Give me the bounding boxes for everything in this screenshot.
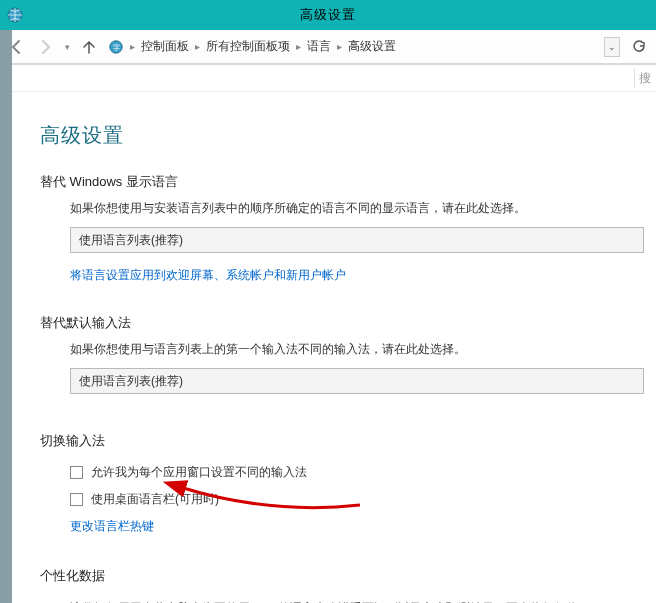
input-method-select[interactable]: 使用语言列表(推荐) [70,368,644,394]
chevron-right-icon: ▸ [337,41,342,52]
section-override-input-method: 替代默认输入法 [40,314,644,332]
chevron-right-icon: ▸ [195,41,200,52]
section-personal-data: 个性化数据 [40,567,644,585]
description-text: 如果你想使用与安装语言列表中的顺序所确定的语言不同的显示语言，请在此处选择。 [70,199,644,217]
title-bar: 高级设置 [0,0,656,30]
app-icon [0,6,30,24]
content-area: 高级设置 替代 Windows 显示语言 如果你想使用与安装语言列表中的顺序所确… [0,92,656,603]
recent-dropdown[interactable]: ▾ [60,34,74,60]
chevron-right-icon: ▸ [130,41,135,52]
select-value: 使用语言列表(推荐) [79,232,183,249]
breadcrumb-item[interactable]: 语言 [307,38,331,55]
page-title: 高级设置 [40,122,644,149]
breadcrumb-item[interactable]: 高级设置 [348,38,396,55]
window-title: 高级设置 [30,6,626,24]
chevron-right-icon: ▸ [296,41,301,52]
nav-bar: ▾ 字 ▸ 控制面板 ▸ 所有控制面板项 ▸ 语言 ▸ 高级设置 ⌄ [0,30,656,64]
forward-button[interactable] [32,34,58,60]
section-override-display-language: 替代 Windows 显示语言 [40,173,644,191]
desktop-language-bar-checkbox[interactable]: 使用桌面语言栏(可用时) [70,491,644,508]
apply-to-welcome-link[interactable]: 将语言设置应用到欢迎屏幕、系统帐户和新用户帐户 [70,267,346,284]
breadcrumb-item[interactable]: 控制面板 [141,38,189,55]
display-language-select[interactable]: 使用语言列表(推荐) [70,227,644,253]
per-app-input-checkbox[interactable]: 允许我为每个应用窗口设置不同的输入法 [70,464,644,481]
checkbox-icon [70,466,83,479]
change-hotkey-link[interactable]: 更改语言栏热键 [70,518,154,535]
up-button[interactable] [76,34,102,60]
breadcrumb-item[interactable]: 所有控制面板项 [206,38,290,55]
search-placeholder: 搜 [639,70,651,87]
breadcrumb[interactable]: 字 ▸ 控制面板 ▸ 所有控制面板项 ▸ 语言 ▸ 高级设置 [104,38,602,55]
description-text: 该数据仅用于在此电脑上为不使用 IME 的语言来改进手写识别以及文本预测结果。不… [70,599,644,603]
select-value: 使用语言列表(推荐) [79,373,183,390]
refresh-button[interactable] [626,34,652,60]
checkbox-label: 使用桌面语言栏(可用时) [91,491,219,508]
section-switch-input-method: 切换输入法 [40,432,644,450]
description-text: 如果你想使用与语言列表上的第一个输入法不同的输入法，请在此处选择。 [70,340,644,358]
breadcrumb-icon: 字 [108,39,124,55]
svg-text:字: 字 [113,43,120,51]
search-input[interactable]: 搜 [634,68,652,88]
toolbar-row: 搜 [0,64,656,92]
checkbox-icon [70,493,83,506]
address-dropdown[interactable]: ⌄ [604,37,620,57]
checkbox-label: 允许我为每个应用窗口设置不同的输入法 [91,464,307,481]
